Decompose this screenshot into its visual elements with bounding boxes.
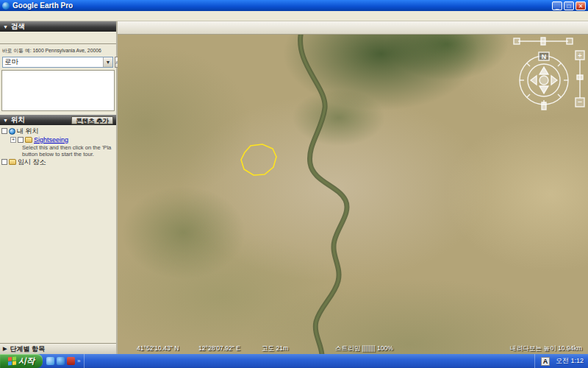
windows-taskbar: 시작 » A 오전 1:12 [0,354,588,368]
add-content-button[interactable]: 콘텐츠 추가 [71,116,113,124]
app-icon [2,2,10,10]
compass[interactable]: N [520,52,568,110]
collapse-arrow-icon: ▼ [3,118,8,123]
map-status-bar: 41°52'10.43" N 12°28'07.92" E 고도 21m 스트리… [118,344,588,353]
ime-indicator[interactable]: A [541,357,550,366]
search-tabs [0,32,116,44]
folder-icon [9,159,16,165]
task-buttons [85,354,534,368]
places-panel-header[interactable]: ▼ 위치 콘텐츠 추가 [0,115,116,125]
windows-logo-icon [8,356,16,365]
compass-north-label: N [542,53,547,60]
flyto-hint: 바로 이동 예: 1600 Pennsylvania Ave, 20006 [0,44,116,56]
taskbar-clock: 오전 1:12 [556,356,584,366]
globe-icon [9,128,15,135]
quick-launch-icon[interactable] [57,357,65,365]
main-toolbar [118,21,588,35]
status-streaming: 스트리밍 |||||||| 100% [335,344,393,353]
search-dropdown-button[interactable]: ▼ [103,57,112,67]
quick-launch-icon[interactable] [46,357,54,365]
places-tree: 내 위치 + Sightseeing Select this and then … [0,125,116,168]
checkbox[interactable] [1,128,7,134]
zoom-out-icon: − [578,97,582,106]
title-bar[interactable]: Google Earth Pro _ □ ✕ [0,0,588,11]
window-title: Google Earth Pro [12,1,552,10]
search-panel-title: 검색 [11,22,25,32]
layers-panel-header[interactable]: ▶ 단계별 항목 [0,343,116,354]
checkbox[interactable] [18,137,24,143]
status-eye-altitude: 내려다보는 높이 10.94km [510,344,582,353]
start-button[interactable]: 시작 [0,354,43,368]
tree-item-temporary-places[interactable]: 임시 장소 [1,158,115,166]
layers-panel-title: 단계별 항목 [10,344,45,354]
status-latitude: 41°52'10.43" N [137,344,179,352]
folder-icon [25,137,32,143]
tree-item-my-places[interactable]: 내 위치 [1,127,115,135]
navigation-controls[interactable]: N + − [118,35,588,354]
menu-bar [0,11,588,21]
tilt-slider[interactable] [514,38,573,45]
checkbox[interactable] [1,159,7,165]
status-longitude: 12°28'07.92" E [198,344,240,352]
sightseeing-description: Select this and then click on the 'Pla [1,144,115,151]
system-tray: A 오전 1:12 [534,354,588,368]
quick-launch: » [43,354,85,368]
search-results [1,70,115,111]
zoom-in-icon: + [578,52,582,60]
tree-item-sightseeing[interactable]: + Sightseeing [1,135,115,144]
places-panel-title: 위치 [11,116,25,125]
places-empty-area [0,168,116,339]
minimize-button[interactable]: _ [552,1,562,10]
expander-icon[interactable]: + [10,137,16,143]
search-panel-header[interactable]: ▼ 검색 [0,21,116,32]
sidebar: ▼ 검색 바로 이동 예: 1600 Pennsylvania Ave, 200… [0,21,118,354]
close-button[interactable]: ✕ [576,1,586,10]
google-earth-window: Google Earth Pro _ □ ✕ ▼ 검색 바로 이동 예: 160… [0,0,588,368]
search-input[interactable] [3,57,103,67]
map-viewport[interactable]: N + − [118,35,588,354]
maximize-button[interactable]: □ [564,1,574,10]
collapse-arrow-icon: ▼ [3,24,8,29]
status-altitude: 고도 21m [262,344,288,353]
expand-arrow-icon: ▶ [3,346,7,352]
zoom-slider[interactable]: + − [576,51,584,107]
quick-launch-icon[interactable] [67,357,75,365]
quick-launch-overflow-icon[interactable]: » [77,358,80,364]
